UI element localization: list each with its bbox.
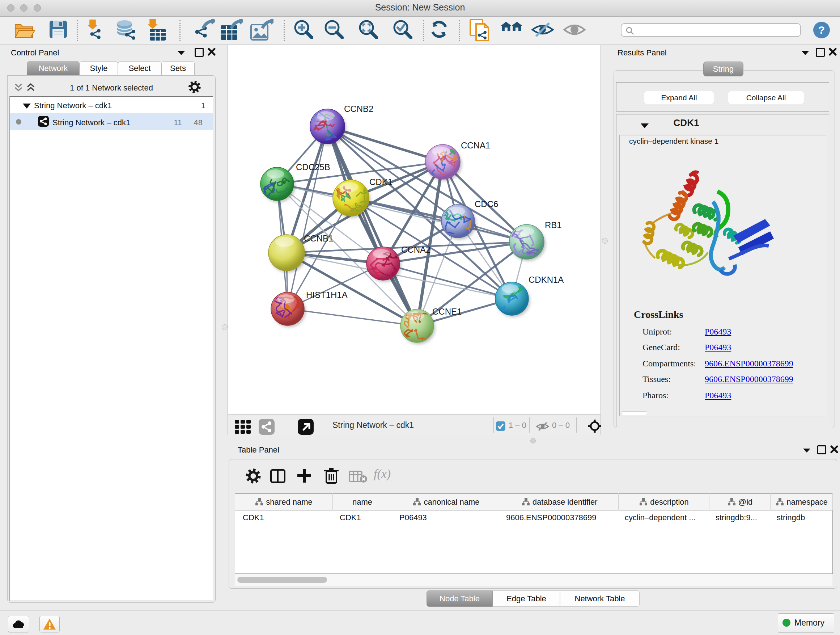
svg-text:CDKN1A: CDKN1A	[529, 275, 564, 285]
svg-text:CDC25B: CDC25B	[296, 162, 330, 172]
svg-text:CCNA1: CCNA1	[461, 141, 490, 150]
svg-text:?: ?	[818, 24, 825, 36]
svg-text:CDK1: CDK1	[369, 177, 393, 187]
svg-text:RB1: RB1	[545, 220, 562, 230]
svg-text:CCNE1: CCNE1	[432, 307, 462, 317]
svg-text:HIST1H1A: HIST1H1A	[306, 290, 347, 300]
svg-text:CCNB1: CCNB1	[304, 233, 333, 243]
svg-text:CCNB2: CCNB2	[344, 104, 373, 114]
svg-text:CDC6: CDC6	[475, 199, 498, 209]
svg-text:CCNA2: CCNA2	[401, 245, 431, 255]
